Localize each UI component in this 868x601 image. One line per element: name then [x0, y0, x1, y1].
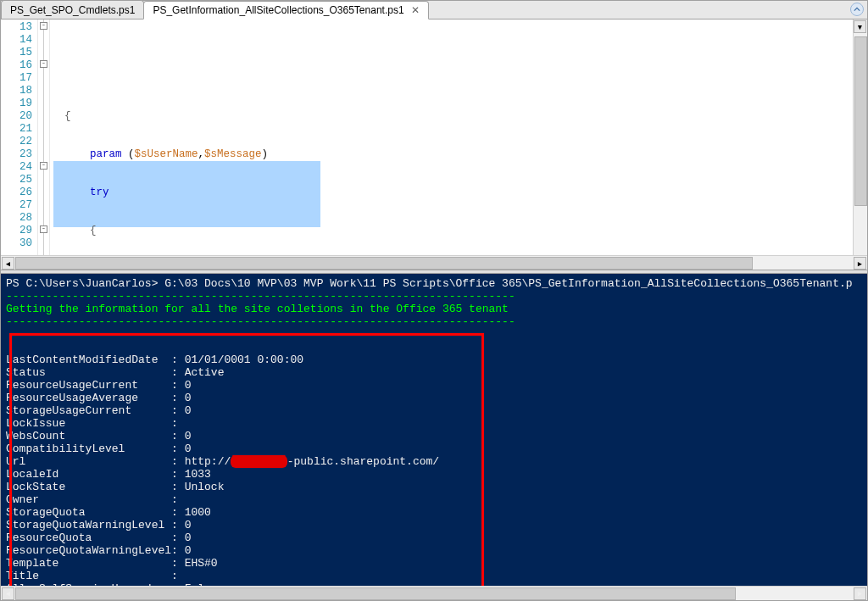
output-row: StorageQuota : 1000: [6, 506, 862, 519]
chevron-up-icon[interactable]: [850, 3, 864, 16]
output-row: Owner :: [6, 493, 862, 506]
code-editor[interactable]: 13141516 17181920 21222324 25262728 2930…: [1, 19, 867, 255]
scroll-down-icon[interactable]: ▾: [854, 20, 866, 33]
fold-gutter: - - - -: [38, 19, 50, 255]
output-row: ResourceUsageAverage : 0: [6, 392, 862, 404]
console-line: ----------------------------------------…: [6, 315, 862, 328]
tab-label: PS_GetInformation_AllSiteCollections_O36…: [153, 4, 403, 16]
output-row: LastContentModifiedDate : 01/01/0001 0:0…: [6, 353, 862, 366]
tab-label: PS_Get_SPO_Cmdlets.ps1: [10, 4, 135, 16]
console-output[interactable]: PS C:\Users\JuanCarlos> G:\03 Docs\10 MV…: [1, 274, 867, 600]
scroll-right-icon[interactable]: ▸: [854, 257, 866, 270]
output-row: LocaleId : 1033: [6, 468, 862, 481]
fold-toggle[interactable]: -: [40, 60, 47, 68]
redacted-text: ████████: [231, 455, 287, 468]
close-icon[interactable]: ✕: [411, 4, 420, 16]
tab-strip: PS_Get_SPO_Cmdlets.ps1 PS_GetInformation…: [1, 1, 867, 19]
console-horizontal-scrollbar[interactable]: ◂ ▸: [1, 586, 867, 600]
output-row: ResourceQuota : 0: [6, 531, 862, 544]
scroll-left-icon[interactable]: ◂: [2, 587, 14, 600]
output-row: ResourceUsageCurrent : 0: [6, 379, 862, 392]
output-row: Template : EHS#0: [6, 557, 862, 570]
console-line: Getting the information for all the site…: [6, 303, 862, 315]
output-row: Status : Active: [6, 366, 862, 379]
console-prompt: PS C:\Users\JuanCarlos> G:\03 Docs\10 MV…: [6, 277, 862, 290]
tab-file-1[interactable]: PS_Get_SPO_Cmdlets.ps1: [1, 0, 144, 19]
output-row: ResourceQuotaWarningLevel: 0: [6, 544, 862, 557]
line-number-gutter: 13141516 17181920 21222324 25262728 2930: [1, 19, 38, 255]
output-row: Url : http://████████-public.sharepoint.…: [6, 455, 862, 468]
output-row: WebsCount : 0: [6, 430, 862, 442]
scrollbar-thumb[interactable]: [15, 257, 753, 270]
editor-horizontal-scrollbar[interactable]: ◂ ▸: [1, 255, 867, 270]
output-row: StorageQuotaWarningLevel : 0: [6, 519, 862, 531]
output-row: LockState : Unlock: [6, 481, 862, 493]
output-row: StorageUsageCurrent : 0: [6, 404, 862, 417]
scroll-left-icon[interactable]: ◂: [2, 257, 14, 270]
tab-file-2[interactable]: PS_GetInformation_AllSiteCollections_O36…: [143, 1, 428, 19]
scroll-right-icon[interactable]: ▸: [854, 587, 866, 600]
scrollbar-thumb[interactable]: [15, 587, 736, 600]
output-row: LockIssue :: [6, 417, 862, 430]
output-row: CompatibilityLevel : 0: [6, 442, 862, 455]
code-content[interactable]: { param ($sUserName,$sMessage) try { Wri…: [50, 19, 867, 255]
fold-toggle[interactable]: -: [40, 162, 47, 170]
fold-toggle[interactable]: -: [40, 22, 47, 30]
output-row: Title :: [6, 570, 862, 582]
console-line: ----------------------------------------…: [6, 290, 862, 303]
fold-toggle[interactable]: -: [40, 225, 47, 233]
editor-vertical-scrollbar[interactable]: ▴ ▾: [853, 19, 867, 255]
